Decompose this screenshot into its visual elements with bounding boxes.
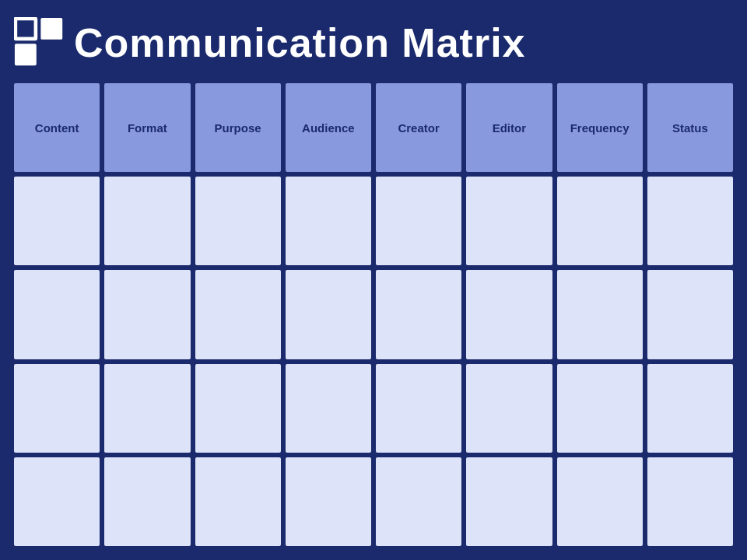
cell-r3-creator[interactable] [376,364,461,453]
column-header-status: Status [647,83,733,172]
logo-icon [14,17,65,68]
cell-r3-frequency[interactable] [557,364,643,453]
matrix-header-row: Content Format Purpose Audience Creator … [14,83,733,172]
matrix-data-row-3 [14,364,733,453]
column-header-creator: Creator [376,83,461,172]
header: Communication Matrix [14,14,733,71]
cell-r4-format[interactable] [104,457,190,546]
cell-r2-purpose[interactable] [195,270,281,359]
cell-r1-audience[interactable] [286,177,371,265]
cell-r1-frequency[interactable] [557,177,643,265]
cell-r3-content[interactable] [14,364,100,453]
cell-r4-status[interactable] [647,457,733,546]
cell-r4-content[interactable] [14,457,100,546]
column-header-frequency: Frequency [557,83,643,172]
cell-r2-content[interactable] [14,270,100,359]
cell-r4-creator[interactable] [376,457,461,546]
cell-r3-audience[interactable] [286,364,371,453]
matrix-data-row-4 [14,457,733,546]
column-header-format: Format [104,83,190,172]
column-header-audience: Audience [286,83,371,172]
cell-r3-status[interactable] [647,364,733,453]
matrix-data-row-1 [14,177,733,265]
matrix-data-row-2 [14,270,733,359]
svg-rect-0 [16,19,36,39]
cell-r3-editor[interactable] [466,364,552,453]
svg-rect-1 [41,19,61,39]
cell-r1-status[interactable] [647,177,733,265]
cell-r2-frequency[interactable] [557,270,643,359]
matrix-container: Content Format Purpose Audience Creator … [14,83,733,546]
column-header-editor: Editor [466,83,552,172]
cell-r4-frequency[interactable] [557,457,643,546]
cell-r2-audience[interactable] [286,270,371,359]
cell-r3-format[interactable] [104,364,190,453]
cell-r4-editor[interactable] [466,457,552,546]
cell-r2-creator[interactable] [376,270,461,359]
cell-r3-purpose[interactable] [195,364,281,453]
page-container: Communication Matrix Content Format Purp… [0,0,747,560]
svg-rect-2 [16,44,36,65]
cell-r2-format[interactable] [104,270,190,359]
cell-r1-format[interactable] [104,177,190,265]
cell-r4-audience[interactable] [286,457,371,546]
cell-r1-purpose[interactable] [195,177,281,265]
cell-r1-content[interactable] [14,177,100,265]
cell-r2-editor[interactable] [466,270,552,359]
column-header-content: Content [14,83,100,172]
cell-r1-editor[interactable] [466,177,552,265]
page-title: Communication Matrix [74,19,526,66]
cell-r4-purpose[interactable] [195,457,281,546]
cell-r1-creator[interactable] [376,177,461,265]
column-header-purpose: Purpose [195,83,281,172]
cell-r2-status[interactable] [647,270,733,359]
